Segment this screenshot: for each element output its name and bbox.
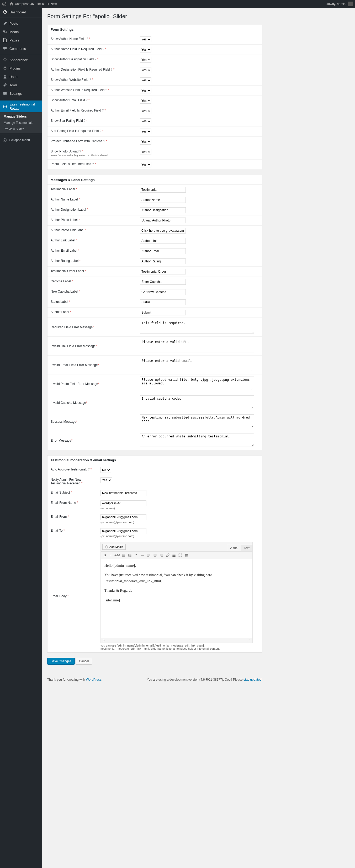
svg-rect-27 (147, 556, 150, 556)
lbl-author_link_label-input[interactable] (140, 238, 186, 244)
email-subject-input[interactable] (100, 490, 147, 496)
svg-text:3: 3 (128, 556, 129, 557)
lbl-invalid_email-input[interactable]: Please enter a valid email. (140, 358, 254, 371)
lbl-invalid_captcha-input[interactable]: Invalid captcha code. (140, 396, 254, 409)
lbl-invalid_link-input[interactable]: Please enter a valid URL. (140, 339, 254, 352)
lbl-success_msg-input[interactable]: New testimonial submitted successfully.A… (140, 414, 254, 428)
tb-fullscreen-icon[interactable] (178, 552, 183, 558)
lbl-author_rating_label-input[interactable] (140, 258, 186, 264)
tb-toolbar-toggle-icon[interactable] (184, 552, 189, 558)
lbl-testimonial_order_label-input[interactable] (140, 269, 186, 275)
save-button[interactable]: Save Changes (47, 658, 75, 664)
email-from-name-input[interactable] (100, 500, 147, 506)
submenu-preview-slider[interactable]: Preview Slider (0, 126, 42, 132)
lbl-required_err-input[interactable]: This field is required. (140, 320, 254, 334)
lbl-error_msg-input[interactable]: An error occurred while submitting testi… (140, 433, 254, 447)
email-from-input[interactable] (100, 514, 147, 520)
tb-bold-icon[interactable]: B (102, 552, 107, 558)
footer-wp-link[interactable]: WordPress (86, 678, 101, 681)
comments-bubble[interactable]: 0 (37, 2, 44, 6)
fs-author_name_required-select[interactable]: Yes (140, 47, 151, 53)
menu-pages[interactable]: Pages (0, 36, 42, 44)
submenu-manage-testimonials[interactable]: Manage Testimonials (0, 120, 42, 126)
fs-website_required-label: Author Website Field Is Required Field (51, 88, 104, 92)
menu-tools-label: Tools (9, 83, 17, 87)
fs-photo_required-select[interactable]: Yes (140, 162, 151, 167)
lbl-author_email_label-input[interactable] (140, 248, 186, 254)
lbl-invalid_captcha-label: Invalid Captcha Message (51, 401, 86, 405)
lbl-author_photo_link_label-input[interactable] (140, 228, 186, 234)
fs-show_star-select[interactable]: Yes (140, 118, 151, 124)
svg-rect-42 (185, 555, 186, 556)
fs-show_email-select[interactable]: Yes (140, 98, 151, 104)
tb-hr-icon[interactable]: — (139, 552, 146, 558)
tb-more-icon[interactable] (171, 552, 177, 558)
menu-posts[interactable]: Posts (0, 19, 42, 28)
menu-tools[interactable]: Tools (0, 81, 42, 89)
lbl-author_rating_label-label: Author Rating Label (51, 259, 79, 262)
menu-media[interactable]: Media (0, 28, 42, 36)
svg-rect-35 (160, 556, 163, 556)
lbl-author_designation_label-input[interactable] (140, 207, 186, 213)
email-body-label: Email Body (51, 594, 67, 598)
fs-show_photo-select[interactable]: Yes (140, 149, 151, 155)
lbl-invalid_photo-input[interactable]: Please upload valid file. Only .jpg,.jpe… (140, 376, 254, 390)
fs-show_website-select[interactable]: Yes (140, 78, 151, 83)
fs-star_required-label: Star Rating Field Is Required Field (51, 129, 99, 133)
footer-update-link[interactable]: stay updated (244, 678, 262, 681)
site-name[interactable]: wordpress-46 (9, 2, 34, 6)
lbl-status_label-input[interactable] (140, 300, 186, 305)
fs-show_designation-select[interactable]: Yes (140, 57, 151, 63)
fs-star_required-select[interactable]: Yes (140, 129, 151, 134)
tab-visual[interactable]: Visual (227, 545, 241, 551)
new-content[interactable]: +New (47, 2, 57, 6)
submenu-manage-sliders[interactable]: Manage Sliders (0, 113, 42, 120)
fs-photo-note: Note:- On front end only gravatar.com Ph… (51, 154, 134, 157)
lbl-submit_label-input[interactable] (140, 310, 186, 315)
tb-align-center-icon[interactable] (152, 552, 158, 558)
fs-website_required-select[interactable]: Yes (140, 88, 151, 93)
tb-italic-icon[interactable]: I (108, 552, 114, 558)
email-to-input[interactable] (100, 528, 147, 534)
fs-email_required-select[interactable]: Yes (140, 108, 151, 114)
editor-resize-icon[interactable]: ⋰ (248, 639, 250, 642)
wp-logo[interactable] (2, 2, 6, 6)
lbl-new_captcha_label-input[interactable] (140, 289, 186, 295)
menu-plugins[interactable]: Plugins (0, 64, 42, 72)
cancel-button[interactable]: Cancel (75, 658, 92, 664)
editor-hint: you can use [admin_name],[admin_email],[… (100, 644, 253, 650)
tb-strike-icon[interactable]: ᴀʙᴄ (115, 552, 120, 558)
fs-show_author_name-select[interactable]: Yes (140, 36, 151, 42)
collapse-menu[interactable]: Collapse menu (0, 136, 42, 144)
menu-posts-label: Posts (9, 22, 18, 26)
lbl-author_photo_label-input[interactable] (140, 218, 186, 223)
menu-dashboard[interactable]: Dashboard (0, 8, 42, 16)
tb-align-right-icon[interactable] (159, 552, 164, 558)
add-media-button[interactable]: Add Media (102, 544, 126, 550)
tb-ol-icon[interactable]: 123 (127, 552, 133, 558)
tb-quote-icon[interactable]: “ (133, 552, 139, 558)
auto-approve-select[interactable]: No (100, 467, 111, 473)
notify-admin-select[interactable]: Yes (100, 477, 112, 483)
page-title: Form Settings For "apollo" Slider (47, 13, 350, 20)
editor-line1: You have just received new testimonial, … (104, 572, 249, 584)
fs-protect_captcha-select[interactable]: Yes (140, 139, 151, 145)
howdy[interactable]: Howdy, admin (326, 2, 353, 6)
editor-body[interactable]: Hello [admin_name], You have just receiv… (101, 559, 252, 638)
menu-settings[interactable]: Settings (0, 89, 42, 98)
lbl-captcha_label-input[interactable] (140, 279, 186, 285)
moderation-box: Testimonial moderation & email settings … (47, 455, 262, 653)
menu-users[interactable]: Users (0, 72, 42, 81)
menu-appearance[interactable]: Appearance (0, 56, 42, 64)
menu-rotator[interactable]: Easy Testimonial Rotator (0, 100, 42, 112)
email-subject-label: Email Subject (51, 491, 70, 494)
tb-align-left-icon[interactable] (146, 552, 152, 558)
menu-comments[interactable]: Comments (0, 44, 42, 53)
lbl-testimonial_label-input[interactable] (140, 187, 186, 193)
tab-text[interactable]: Text (241, 545, 252, 551)
tb-ul-icon[interactable] (121, 552, 126, 558)
lbl-author_name_label-input[interactable] (140, 197, 186, 203)
fs-designation_required-select[interactable]: Yes (140, 67, 151, 73)
tb-link-icon[interactable] (165, 552, 170, 558)
svg-rect-20 (129, 554, 131, 554)
